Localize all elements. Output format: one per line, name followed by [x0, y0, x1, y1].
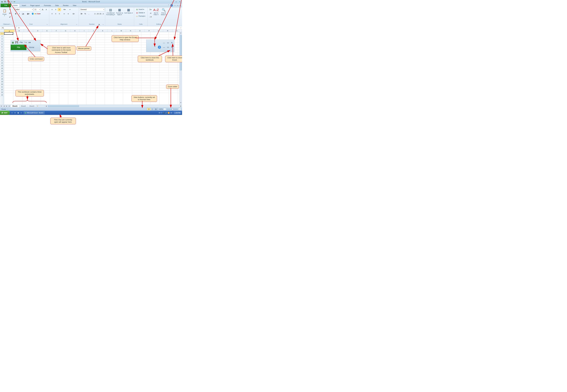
- help-icon[interactable]: ?: [170, 4, 173, 7]
- row-header[interactable]: 6: [0, 46, 4, 48]
- row-header[interactable]: 10: [0, 56, 4, 59]
- row-header[interactable]: 13: [0, 64, 4, 67]
- underline-button[interactable]: U▾: [21, 12, 25, 15]
- scrollbar-thumb[interactable]: [180, 35, 182, 70]
- tray-icon[interactable]: 🔌: [163, 112, 165, 114]
- expand-formula-bar-icon[interactable]: ▾: [179, 27, 182, 29]
- wrap-text-icon[interactable]: ↩: [68, 8, 72, 11]
- column-header[interactable]: D: [33, 29, 43, 32]
- row-header[interactable]: 4: [0, 40, 4, 43]
- workbook-restore-button[interactable]: ▭: [177, 4, 179, 6]
- tab-insert[interactable]: Insert: [20, 4, 28, 7]
- autosum-icon[interactable]: Σ▾: [149, 8, 152, 11]
- tray-icon[interactable]: 📶: [168, 112, 170, 114]
- column-header[interactable]: R: [163, 29, 172, 32]
- accounting-format-icon[interactable]: $▾: [80, 12, 83, 15]
- fill-color-icon[interactable]: 🪣▾: [31, 12, 36, 15]
- new-sheet-icon[interactable]: ✦: [36, 105, 39, 107]
- show-desktop-icon[interactable]: ▭: [11, 112, 13, 114]
- align-bottom-icon[interactable]: ≡: [58, 8, 61, 11]
- font-color-icon[interactable]: A▾: [37, 12, 41, 15]
- column-header[interactable]: I: [80, 29, 89, 32]
- fill-icon[interactable]: ↓▾: [149, 12, 152, 15]
- column-header[interactable]: N: [126, 29, 135, 32]
- tray-icon[interactable]: 🖥: [170, 112, 172, 114]
- more-icon[interactable]: »: [20, 112, 22, 114]
- row-header[interactable]: 23: [0, 91, 4, 94]
- dialog-launcher-icon[interactable]: ↘: [46, 24, 48, 25]
- decrease-decimal-icon[interactable]: .00→.0: [99, 12, 104, 15]
- delete-cells-button[interactable]: ⊟Delete ▾: [135, 11, 146, 14]
- column-header[interactable]: H: [70, 29, 80, 32]
- row-header[interactable]: 16: [0, 72, 4, 75]
- tab-review[interactable]: Review: [61, 4, 71, 7]
- dialog-launcher-icon[interactable]: ↘: [10, 24, 12, 25]
- active-cell[interactable]: [4, 32, 13, 35]
- format-cells-button[interactable]: ▭Format ▾: [135, 14, 146, 18]
- vertical-scrollbar[interactable]: ▲▼: [179, 32, 182, 104]
- workbook-close-button[interactable]: ✕: [179, 4, 181, 6]
- bold-button[interactable]: B: [14, 12, 17, 15]
- number-format-select[interactable]: General▾: [80, 8, 105, 11]
- column-header[interactable]: M: [117, 29, 126, 32]
- taskbar-item-excel[interactable]: ▦Microsoft Excel - Book1: [23, 111, 45, 115]
- start-button[interactable]: ⊞start: [0, 111, 10, 115]
- qat-customize-icon[interactable]: ≡▾: [13, 0, 15, 3]
- cut-icon[interactable]: ✂: [8, 8, 12, 11]
- column-header[interactable]: G: [61, 29, 70, 32]
- column-header[interactable]: B: [15, 29, 24, 32]
- increase-decimal-icon[interactable]: .0→.00: [94, 12, 99, 15]
- save-icon[interactable]: 💾: [4, 0, 6, 3]
- orientation-icon[interactable]: ⟲▾: [63, 8, 66, 11]
- align-right-icon[interactable]: ≡: [58, 12, 61, 15]
- row-header[interactable]: 20: [0, 83, 4, 86]
- file-tab[interactable]: File: [0, 4, 11, 7]
- column-header[interactable]: P: [145, 29, 154, 32]
- undo-icon[interactable]: ↶▾: [7, 0, 9, 3]
- merge-center-icon[interactable]: ⧉▾: [72, 12, 75, 15]
- column-header[interactable]: C: [24, 29, 33, 32]
- format-as-table-button[interactable]: ▦Format as Table ▾: [115, 8, 124, 15]
- align-center-icon[interactable]: ≡: [54, 12, 57, 15]
- tab-data[interactable]: Data: [53, 4, 61, 7]
- column-header[interactable]: S: [172, 29, 182, 32]
- sheet-next-icon[interactable]: ▶: [5, 105, 8, 107]
- view-page-break-button[interactable]: ▥: [154, 108, 158, 110]
- tab-formulas[interactable]: Formulas: [42, 4, 53, 7]
- row-header[interactable]: 5: [0, 43, 4, 46]
- copy-icon[interactable]: ⧉▾: [8, 12, 12, 15]
- collapse-ribbon-icon[interactable]: ⌃: [168, 4, 169, 6]
- percent-format-icon[interactable]: %: [84, 12, 87, 15]
- row-header[interactable]: 17: [0, 75, 4, 78]
- row-header[interactable]: 9: [0, 54, 4, 56]
- formula-input[interactable]: [21, 27, 179, 29]
- italic-button[interactable]: I: [18, 12, 21, 15]
- row-header[interactable]: 3: [0, 38, 4, 40]
- sheet-tab-3[interactable]: Sheet3: [28, 105, 36, 107]
- tab-home[interactable]: Home: [11, 4, 20, 7]
- zoom-in-button[interactable]: +: [179, 108, 181, 110]
- tray-icon[interactable]: «: [172, 112, 173, 114]
- column-header[interactable]: Q: [154, 29, 163, 32]
- row-header[interactable]: 19: [0, 80, 4, 83]
- zoom-out-button[interactable]: −: [164, 108, 166, 110]
- increase-indent-icon[interactable]: ⇥: [66, 12, 70, 15]
- workbook-minimize-button[interactable]: —: [174, 4, 176, 6]
- sheet-tab-2[interactable]: Sheet2: [19, 105, 28, 107]
- sheet-prev-icon[interactable]: ◀: [3, 105, 5, 107]
- name-box[interactable]: A1▾: [1, 26, 17, 29]
- sheet-last-icon[interactable]: ⏭: [8, 105, 11, 107]
- row-header[interactable]: 18: [0, 78, 4, 80]
- zoom-slider[interactable]: [167, 109, 178, 109]
- tray-icon[interactable]: 🔊: [165, 112, 167, 114]
- align-top-icon[interactable]: ≡: [50, 8, 54, 11]
- align-left-icon[interactable]: ≡: [50, 12, 54, 15]
- tray-icon[interactable]: 🛡: [161, 112, 162, 114]
- row-header[interactable]: 22: [0, 88, 4, 91]
- cell-styles-button[interactable]: ▩Cell Styles ▾: [124, 8, 133, 14]
- column-header[interactable]: O: [135, 29, 145, 32]
- scrollbar-thumb[interactable]: [48, 105, 79, 107]
- view-page-layout-button[interactable]: ▯: [151, 108, 154, 110]
- close-excel-button[interactable]: ✕: [178, 1, 181, 3]
- conditional-formatting-button[interactable]: ▤Conditional Formatting ▾: [106, 8, 115, 15]
